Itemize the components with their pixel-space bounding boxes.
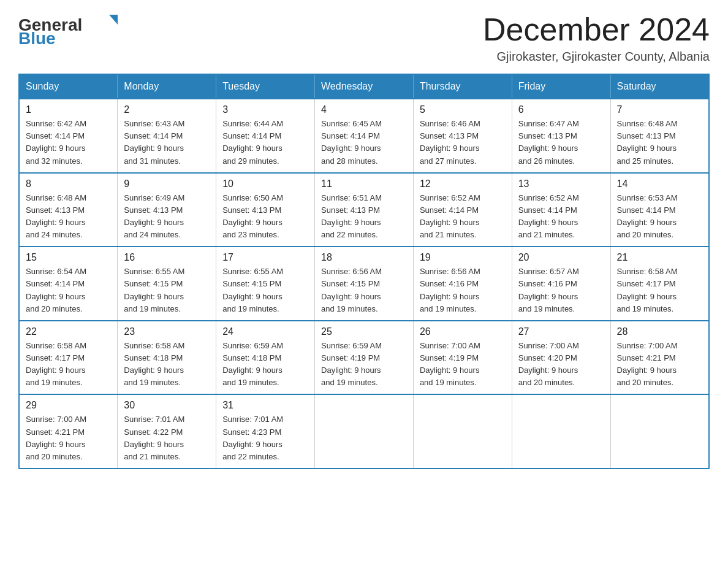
logo-svg: General Blue (18, 12, 129, 46)
day-number: 10 (222, 178, 308, 190)
day-info: Sunrise: 6:58 AM Sunset: 4:17 PM Dayligh… (26, 340, 111, 389)
calendar-cell: 26 Sunrise: 7:00 AM Sunset: 4:19 PM Dayl… (413, 321, 512, 395)
day-number: 17 (222, 252, 308, 263)
calendar-cell: 19 Sunrise: 6:56 AM Sunset: 4:16 PM Dayl… (413, 247, 512, 321)
svg-text:Blue: Blue (18, 29, 56, 46)
day-info: Sunrise: 6:59 AM Sunset: 4:19 PM Dayligh… (321, 340, 407, 389)
calendar-cell: 7 Sunrise: 6:48 AM Sunset: 4:13 PM Dayli… (610, 99, 709, 173)
title-section: December 2024 Gjirokaster, Gjirokaster C… (483, 12, 710, 64)
day-number: 11 (321, 178, 407, 190)
calendar-cell: 6 Sunrise: 6:47 AM Sunset: 4:13 PM Dayli… (512, 99, 610, 173)
calendar-cell: 21 Sunrise: 6:58 AM Sunset: 4:17 PM Dayl… (610, 247, 709, 321)
calendar-week-row: 29 Sunrise: 7:00 AM Sunset: 4:21 PM Dayl… (19, 394, 709, 469)
calendar-cell: 11 Sunrise: 6:51 AM Sunset: 4:13 PM Dayl… (315, 173, 414, 247)
day-info: Sunrise: 6:45 AM Sunset: 4:14 PM Dayligh… (321, 118, 407, 167)
day-info: Sunrise: 6:56 AM Sunset: 4:16 PM Dayligh… (420, 266, 506, 315)
day-number: 6 (518, 104, 604, 115)
day-number: 21 (617, 252, 702, 263)
day-number: 31 (222, 400, 308, 411)
weekday-header-sunday: Sunday (19, 74, 118, 99)
day-info: Sunrise: 6:58 AM Sunset: 4:18 PM Dayligh… (124, 340, 210, 389)
calendar-cell: 4 Sunrise: 6:45 AM Sunset: 4:14 PM Dayli… (315, 99, 414, 173)
day-info: Sunrise: 6:52 AM Sunset: 4:14 PM Dayligh… (518, 192, 604, 242)
day-info: Sunrise: 7:00 AM Sunset: 4:21 PM Dayligh… (26, 413, 111, 463)
day-number: 2 (124, 104, 210, 115)
day-info: Sunrise: 6:58 AM Sunset: 4:17 PM Dayligh… (617, 266, 702, 315)
day-number: 16 (124, 252, 210, 263)
calendar-cell: 27 Sunrise: 7:00 AM Sunset: 4:20 PM Dayl… (512, 321, 610, 395)
weekday-header-saturday: Saturday (610, 74, 709, 99)
day-info: Sunrise: 7:00 AM Sunset: 4:20 PM Dayligh… (518, 340, 604, 389)
calendar-cell: 17 Sunrise: 6:55 AM Sunset: 4:15 PM Dayl… (216, 247, 315, 321)
day-info: Sunrise: 6:59 AM Sunset: 4:18 PM Dayligh… (222, 340, 308, 389)
calendar-cell (512, 394, 610, 469)
day-info: Sunrise: 6:56 AM Sunset: 4:15 PM Dayligh… (321, 266, 407, 315)
calendar-cell: 22 Sunrise: 6:58 AM Sunset: 4:17 PM Dayl… (19, 321, 118, 395)
calendar-week-row: 15 Sunrise: 6:54 AM Sunset: 4:14 PM Dayl… (19, 247, 709, 321)
day-number: 12 (420, 178, 506, 190)
day-info: Sunrise: 6:49 AM Sunset: 4:13 PM Dayligh… (124, 192, 210, 242)
day-number: 3 (222, 104, 308, 115)
calendar-cell: 2 Sunrise: 6:43 AM Sunset: 4:14 PM Dayli… (118, 99, 216, 173)
day-number: 18 (321, 252, 407, 263)
day-number: 27 (518, 326, 604, 337)
calendar-cell: 25 Sunrise: 6:59 AM Sunset: 4:19 PM Dayl… (315, 321, 414, 395)
day-info: Sunrise: 6:47 AM Sunset: 4:13 PM Dayligh… (518, 118, 604, 167)
day-info: Sunrise: 6:52 AM Sunset: 4:14 PM Dayligh… (420, 192, 506, 242)
logo: General Blue (18, 12, 129, 46)
day-info: Sunrise: 7:01 AM Sunset: 4:22 PM Dayligh… (124, 413, 210, 463)
calendar-cell: 29 Sunrise: 7:00 AM Sunset: 4:21 PM Dayl… (19, 394, 118, 469)
weekday-header-monday: Monday (118, 74, 216, 99)
weekday-header-thursday: Thursday (413, 74, 512, 99)
day-number: 30 (124, 400, 210, 411)
day-number: 8 (26, 178, 111, 190)
calendar-cell (315, 394, 414, 469)
page-header: General Blue December 2024 Gjirokaster, … (18, 12, 710, 64)
day-info: Sunrise: 6:51 AM Sunset: 4:13 PM Dayligh… (321, 192, 407, 242)
day-number: 23 (124, 326, 210, 337)
day-info: Sunrise: 6:55 AM Sunset: 4:15 PM Dayligh… (222, 266, 308, 315)
day-number: 24 (222, 326, 308, 337)
day-info: Sunrise: 7:00 AM Sunset: 4:21 PM Dayligh… (617, 340, 702, 389)
day-info: Sunrise: 6:48 AM Sunset: 4:13 PM Dayligh… (26, 192, 111, 242)
calendar-cell: 10 Sunrise: 6:50 AM Sunset: 4:13 PM Dayl… (216, 173, 315, 247)
day-info: Sunrise: 7:01 AM Sunset: 4:23 PM Dayligh… (222, 413, 308, 463)
calendar-week-row: 22 Sunrise: 6:58 AM Sunset: 4:17 PM Dayl… (19, 321, 709, 395)
calendar-cell: 9 Sunrise: 6:49 AM Sunset: 4:13 PM Dayli… (118, 173, 216, 247)
calendar-cell: 1 Sunrise: 6:42 AM Sunset: 4:14 PM Dayli… (19, 99, 118, 173)
day-info: Sunrise: 6:44 AM Sunset: 4:14 PM Dayligh… (222, 118, 308, 167)
day-number: 28 (617, 326, 702, 337)
calendar-cell: 28 Sunrise: 7:00 AM Sunset: 4:21 PM Dayl… (610, 321, 709, 395)
day-number: 20 (518, 252, 604, 263)
calendar-cell: 5 Sunrise: 6:46 AM Sunset: 4:13 PM Dayli… (413, 99, 512, 173)
day-info: Sunrise: 7:00 AM Sunset: 4:19 PM Dayligh… (420, 340, 506, 389)
day-number: 26 (420, 326, 506, 337)
calendar-cell: 3 Sunrise: 6:44 AM Sunset: 4:14 PM Dayli… (216, 99, 315, 173)
weekday-header-wednesday: Wednesday (315, 74, 414, 99)
day-info: Sunrise: 6:54 AM Sunset: 4:14 PM Dayligh… (26, 266, 111, 315)
day-info: Sunrise: 6:55 AM Sunset: 4:15 PM Dayligh… (124, 266, 210, 315)
day-info: Sunrise: 6:53 AM Sunset: 4:14 PM Dayligh… (617, 192, 702, 242)
month-title: December 2024 (483, 12, 710, 47)
weekday-header-friday: Friday (512, 74, 610, 99)
day-number: 14 (617, 178, 702, 190)
day-number: 25 (321, 326, 407, 337)
location-title: Gjirokaster, Gjirokaster County, Albania (483, 50, 710, 64)
weekday-header-row: SundayMondayTuesdayWednesdayThursdayFrid… (19, 74, 709, 99)
day-number: 1 (26, 104, 111, 115)
day-info: Sunrise: 6:57 AM Sunset: 4:16 PM Dayligh… (518, 266, 604, 315)
day-number: 19 (420, 252, 506, 263)
day-number: 9 (124, 178, 210, 190)
day-number: 13 (518, 178, 604, 190)
calendar-table: SundayMondayTuesdayWednesdayThursdayFrid… (18, 74, 710, 469)
calendar-cell: 24 Sunrise: 6:59 AM Sunset: 4:18 PM Dayl… (216, 321, 315, 395)
day-info: Sunrise: 6:43 AM Sunset: 4:14 PM Dayligh… (124, 118, 210, 167)
calendar-cell: 13 Sunrise: 6:52 AM Sunset: 4:14 PM Dayl… (512, 173, 610, 247)
day-number: 15 (26, 252, 111, 263)
day-info: Sunrise: 6:48 AM Sunset: 4:13 PM Dayligh… (617, 118, 702, 167)
calendar-cell: 12 Sunrise: 6:52 AM Sunset: 4:14 PM Dayl… (413, 173, 512, 247)
calendar-week-row: 1 Sunrise: 6:42 AM Sunset: 4:14 PM Dayli… (19, 99, 709, 173)
calendar-cell: 31 Sunrise: 7:01 AM Sunset: 4:23 PM Dayl… (216, 394, 315, 469)
day-number: 4 (321, 104, 407, 115)
calendar-cell: 16 Sunrise: 6:55 AM Sunset: 4:15 PM Dayl… (118, 247, 216, 321)
